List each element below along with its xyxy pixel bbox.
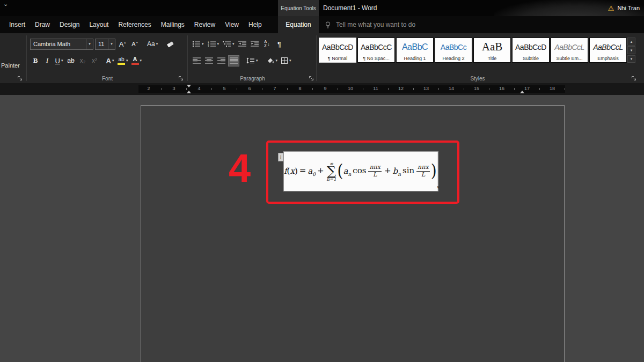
style-subtitle[interactable]: AaBbCcD Subtitle bbox=[512, 38, 550, 63]
borders-button[interactable]: ▾ bbox=[280, 55, 292, 67]
ruler-number: 12 bbox=[398, 86, 404, 91]
style-title[interactable]: AaB Title bbox=[473, 38, 511, 63]
multilevel-list-button[interactable]: ▾ bbox=[222, 39, 236, 50]
warning-icon[interactable]: ⚠ bbox=[608, 5, 614, 12]
style-preview: AaBbCcL bbox=[554, 38, 584, 56]
group-divider bbox=[26, 35, 27, 81]
tab-design[interactable]: Design bbox=[55, 16, 84, 33]
style-label: ¶ Normal bbox=[328, 56, 347, 62]
clear-formatting-button[interactable] bbox=[165, 39, 176, 50]
grow-font-button[interactable]: A▴ bbox=[117, 39, 128, 50]
tab-references[interactable]: References bbox=[113, 16, 156, 33]
clipboard-dialog-launcher-icon[interactable] bbox=[17, 76, 23, 81]
style-normal[interactable]: AaBbCcD ¶ Normal bbox=[319, 38, 356, 63]
clipboard-group: Painter bbox=[0, 33, 26, 83]
increase-indent-button[interactable] bbox=[250, 39, 260, 50]
user-name: Nhi Tran bbox=[617, 5, 640, 11]
account-area[interactable]: ⚠ Nhi Tran bbox=[608, 0, 640, 16]
style-preview: AaBbCcD bbox=[322, 38, 353, 56]
bold-button[interactable]: B bbox=[30, 55, 41, 67]
chevron-down-icon[interactable]: ▾ bbox=[108, 39, 115, 49]
font-dialog-launcher-icon[interactable] bbox=[178, 76, 184, 81]
chevron-down-icon: ▾ bbox=[289, 58, 291, 63]
change-case-button[interactable]: Aa▾ bbox=[146, 39, 159, 50]
chevron-down-icon: ▾ bbox=[126, 58, 128, 63]
ruler-number: 3 bbox=[172, 86, 175, 91]
font-name-combobox[interactable]: Cambria Math ▾ bbox=[30, 39, 93, 50]
tab-insert[interactable]: Insert bbox=[4, 16, 30, 33]
tab-view[interactable]: View bbox=[220, 16, 244, 33]
paragraph-dialog-launcher-icon[interactable] bbox=[309, 76, 314, 81]
word-window: ⌄ Document1 - Word ⚠ Nhi Tran Equation T… bbox=[0, 0, 644, 362]
shading-button[interactable]: ▾ bbox=[265, 55, 279, 67]
style-heading-1[interactable]: AaBbC Heading 1 bbox=[396, 38, 434, 63]
format-painter-button[interactable]: Painter bbox=[0, 62, 26, 69]
align-center-button[interactable] bbox=[203, 55, 214, 67]
underline-button[interactable]: U▾ bbox=[54, 55, 64, 67]
style-gallery: AaBbCcD ¶ Normal AaBbCcC ¶ No Spac... Aa… bbox=[319, 38, 627, 63]
align-right-button[interactable] bbox=[216, 55, 226, 67]
style-emphasis[interactable]: AaBbCcL Emphasis bbox=[589, 38, 627, 63]
bullets-button[interactable]: ▾ bbox=[191, 39, 205, 50]
style-heading-2[interactable]: AaBbCc Heading 2 bbox=[435, 38, 472, 63]
group-divider bbox=[187, 35, 188, 81]
ruler-number: 5 bbox=[223, 86, 225, 91]
font-group-label: Font bbox=[28, 76, 187, 82]
ruler-number: 11 bbox=[373, 86, 378, 91]
shrink-font-button[interactable]: A▾ bbox=[129, 39, 140, 50]
ruler-number: 17 bbox=[524, 86, 530, 91]
chevron-down-icon[interactable]: ▾ bbox=[86, 39, 93, 49]
ruler-bar: 2 3 4 5 6 7 8 9 10 11 12 13 14 15 16 17 … bbox=[0, 83, 644, 95]
down-arrow-icon: ↓ bbox=[267, 41, 270, 47]
style-label: Emphasis bbox=[597, 56, 619, 62]
ribbon-tab-bar: Insert Draw Design Layout References Mai… bbox=[0, 16, 278, 33]
font-color-button[interactable]: A ▾ bbox=[130, 55, 143, 67]
tab-draw[interactable]: Draw bbox=[30, 16, 55, 33]
show-formatting-marks-button[interactable]: ¶ bbox=[274, 39, 285, 50]
strikethrough-button[interactable]: ab bbox=[65, 55, 76, 67]
sort-button[interactable]: AZ ↓ bbox=[262, 39, 273, 50]
scroll-up-icon[interactable]: ▴ bbox=[627, 38, 635, 46]
numbering-button[interactable]: 123 ▾ bbox=[207, 39, 221, 50]
tab-equation[interactable]: Equation bbox=[278, 16, 319, 33]
ruler-number: 16 bbox=[499, 86, 504, 91]
font-size-combobox[interactable]: 11 ▾ bbox=[95, 39, 115, 50]
tab-help[interactable]: Help bbox=[244, 16, 267, 33]
text-effects-button[interactable]: A▾ bbox=[105, 55, 115, 67]
style-label: Title bbox=[488, 56, 497, 62]
hanging-indent-marker[interactable] bbox=[187, 91, 191, 93]
italic-button[interactable]: I bbox=[42, 55, 53, 67]
chevron-down-icon: ▾ bbox=[217, 42, 219, 46]
tab-layout[interactable]: Layout bbox=[84, 16, 113, 33]
justify-button[interactable] bbox=[228, 55, 239, 67]
ruler-number: 14 bbox=[449, 86, 454, 91]
style-subtle-emphasis[interactable]: AaBbCcL Subtle Em... bbox=[551, 38, 588, 63]
style-label: ¶ No Spac... bbox=[363, 56, 389, 62]
superscript-button: x² bbox=[89, 55, 100, 67]
up-mark-icon: ▴ bbox=[124, 40, 126, 44]
tab-review[interactable]: Review bbox=[189, 16, 220, 33]
right-indent-marker[interactable] bbox=[520, 91, 524, 93]
scroll-down-icon[interactable]: ▾ bbox=[627, 46, 635, 54]
style-preview: AaBbCc bbox=[441, 38, 466, 56]
style-preview: AaBbCcL bbox=[593, 38, 623, 56]
decrease-indent-button[interactable] bbox=[237, 39, 248, 50]
horizontal-ruler[interactable]: 2 3 4 5 6 7 8 9 10 11 12 13 14 15 16 17 … bbox=[138, 85, 565, 93]
style-no-spacing[interactable]: AaBbCcC ¶ No Spac... bbox=[357, 38, 395, 63]
quick-access-chevron-icon[interactable]: ⌄ bbox=[3, 1, 8, 8]
style-label: Subtitle bbox=[523, 56, 539, 62]
paragraph-group: ▾ 123 ▾ ▾ AZ ↓ bbox=[189, 33, 316, 83]
gallery-more-icon[interactable]: ▾ bbox=[627, 55, 635, 63]
document-canvas[interactable]: 4 ⁞ f(x)=a0+∞∑n=1(ancosnπxL+bnsinnπxL) ▾ bbox=[0, 95, 644, 362]
align-left-button[interactable] bbox=[191, 55, 202, 67]
first-line-indent-marker[interactable] bbox=[187, 85, 191, 87]
highlight-color-button[interactable]: ab ▾ bbox=[116, 55, 129, 67]
chevron-down-icon: ▾ bbox=[276, 58, 278, 63]
tab-mailings[interactable]: Mailings bbox=[156, 16, 189, 33]
ruler-number: 13 bbox=[423, 86, 429, 91]
tell-me-search[interactable]: Tell me what you want to do bbox=[324, 16, 415, 33]
styles-dialog-launcher-icon[interactable] bbox=[631, 76, 636, 81]
style-preview: AaB bbox=[482, 38, 503, 56]
line-spacing-button[interactable]: ▾ bbox=[245, 55, 259, 67]
chevron-down-icon: ▾ bbox=[202, 42, 204, 46]
